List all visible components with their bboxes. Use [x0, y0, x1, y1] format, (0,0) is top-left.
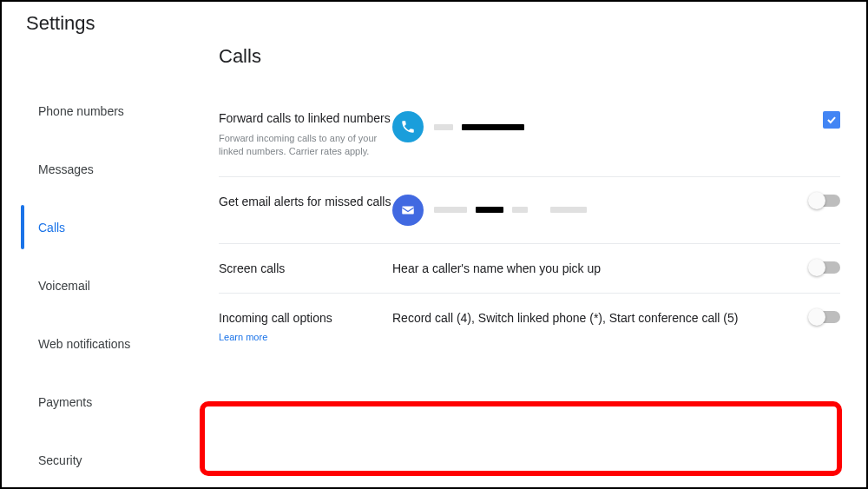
- redacted-email-1: [434, 207, 528, 213]
- forward-sublabel: Forward incoming calls to any of your li…: [219, 132, 384, 159]
- annotation-highlight-box: [200, 401, 842, 476]
- redacted-linked-number: [434, 124, 524, 130]
- sidebar-item-calls[interactable]: Calls: [21, 198, 194, 256]
- row-incoming-options: Incoming call options Learn more Record …: [219, 294, 840, 360]
- incoming-options-toggle[interactable]: [811, 311, 840, 323]
- row-mid: Hear a caller's name when you pick up: [392, 261, 788, 275]
- sidebar-item-label: Phone numbers: [38, 104, 124, 118]
- sidebar-item-label: Web notifications: [38, 337, 130, 351]
- content-title: Calls: [219, 45, 840, 68]
- row-label: Incoming call options Learn more: [219, 311, 392, 342]
- phone-icon: [392, 111, 424, 142]
- content-panel: Calls Forward calls to linked numbers Fo…: [219, 45, 840, 360]
- page-title: Settings: [26, 12, 95, 35]
- email-alerts-label: Get email alerts for missed calls: [219, 195, 392, 208]
- redacted-email-2: [550, 207, 587, 213]
- sidebar-item-label: Voicemail: [38, 279, 90, 293]
- sidebar-item-security[interactable]: Security: [21, 431, 194, 489]
- sidebar-item-label: Messages: [38, 162, 94, 176]
- row-label: Forward calls to linked numbers Forward …: [219, 111, 392, 159]
- learn-more-link[interactable]: Learn more: [219, 332, 392, 342]
- incoming-label: Incoming call options: [219, 311, 392, 325]
- screen-calls-toggle[interactable]: [811, 261, 840, 274]
- row-label: Get email alerts for missed calls: [219, 195, 392, 208]
- screen-calls-label: Screen calls: [219, 261, 392, 275]
- row-mid: [392, 111, 788, 142]
- sidebar: Phone numbers Messages Calls Voicemail W…: [21, 82, 194, 489]
- row-screen-calls: Screen calls Hear a caller's name when y…: [219, 244, 840, 294]
- row-mid: Record call (4), Switch linked phone (*)…: [392, 311, 788, 325]
- email-alerts-toggle[interactable]: [811, 195, 840, 207]
- forward-checkbox[interactable]: [823, 111, 840, 129]
- incoming-desc: Record call (4), Switch linked phone (*)…: [392, 311, 738, 325]
- row-forward-calls: Forward calls to linked numbers Forward …: [219, 94, 840, 177]
- sidebar-item-label: Security: [38, 453, 82, 467]
- sidebar-item-payments[interactable]: Payments: [21, 373, 194, 431]
- mail-icon: [392, 195, 424, 226]
- screen-calls-desc: Hear a caller's name when you pick up: [392, 261, 601, 275]
- check-icon: [825, 114, 838, 126]
- sidebar-item-phone-numbers[interactable]: Phone numbers: [21, 82, 194, 140]
- sidebar-item-label: Calls: [38, 221, 65, 235]
- row-label: Screen calls: [219, 261, 392, 275]
- sidebar-item-voicemail[interactable]: Voicemail: [21, 256, 194, 314]
- sidebar-item-messages[interactable]: Messages: [21, 140, 194, 198]
- row-mid: [392, 195, 788, 226]
- sidebar-item-web-notifications[interactable]: Web notifications: [21, 314, 194, 373]
- sidebar-item-label: Payments: [38, 395, 92, 409]
- row-email-alerts: Get email alerts for missed calls: [219, 177, 840, 244]
- forward-label: Forward calls to linked numbers: [219, 111, 392, 125]
- settings-window: Settings Phone numbers Messages Calls Vo…: [0, 0, 868, 489]
